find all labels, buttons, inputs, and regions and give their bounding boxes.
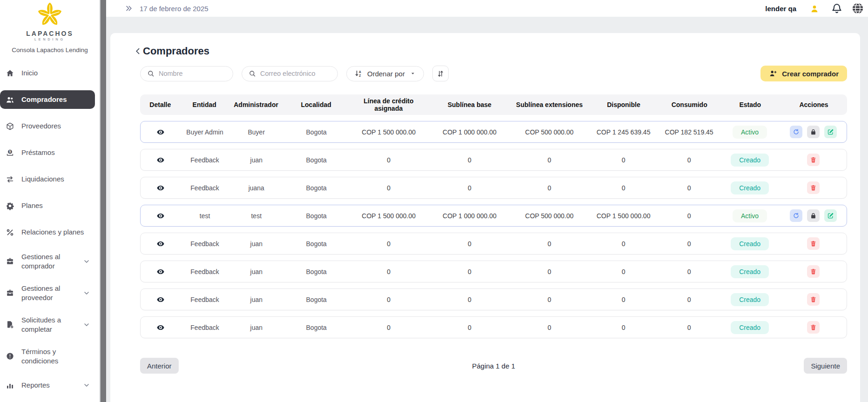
back-chevron-icon[interactable] bbox=[134, 47, 143, 56]
view-detail-button[interactable] bbox=[156, 212, 165, 220]
delete-icon bbox=[810, 184, 817, 191]
view-detail-button[interactable] bbox=[156, 295, 165, 304]
sidebar-item-gestiones-al-comprador[interactable]: Gestiones al comprador bbox=[0, 249, 95, 273]
view-detail-button[interactable] bbox=[156, 128, 165, 136]
name-search-field[interactable] bbox=[140, 66, 233, 81]
view-detail-button[interactable] bbox=[156, 184, 165, 192]
cell-disponible: 0 bbox=[588, 184, 659, 192]
user-avatar[interactable] bbox=[807, 0, 822, 16]
lock-button[interactable] bbox=[807, 126, 820, 138]
refresh-button[interactable] bbox=[790, 209, 802, 222]
sidebar-item-reportes[interactable]: Reportes bbox=[0, 376, 95, 395]
sidebar-item-planes[interactable]: Planes bbox=[0, 196, 95, 215]
chevron-down-icon bbox=[83, 258, 90, 265]
delete-icon bbox=[810, 324, 817, 331]
language-button[interactable] bbox=[851, 2, 864, 15]
sidebar-item-relaciones-y-planes[interactable]: Relaciones y planes bbox=[0, 223, 95, 241]
table-row: testtestBogotaCOP 1 500 000.00COP 1 000 … bbox=[140, 205, 847, 227]
page-info: Página 1 de 1 bbox=[472, 362, 515, 370]
edit-button[interactable] bbox=[824, 209, 837, 222]
cell-entidad: Feedback bbox=[181, 240, 229, 248]
sidebar-item-liquidaciones[interactable]: Liquidaciones bbox=[0, 170, 95, 188]
cell-sublinea_base: 0 bbox=[429, 296, 511, 303]
previous-page-button[interactable]: Anterior bbox=[140, 358, 179, 374]
coin-icon: $ bbox=[6, 148, 15, 157]
status-badge: Creado bbox=[731, 181, 769, 194]
create-buyer-button[interactable]: Crear comprador bbox=[760, 66, 847, 81]
page-title: Compradores bbox=[143, 45, 209, 57]
sidebar-item-terminos-y-condiciones[interactable]: Términos y condiciones bbox=[0, 344, 95, 368]
sidebar-item-label: Planes bbox=[21, 201, 43, 210]
refresh-icon bbox=[793, 128, 800, 135]
cell-administrador: juan bbox=[229, 296, 284, 303]
person-icon bbox=[809, 3, 820, 13]
status-badge: Creado bbox=[731, 293, 769, 306]
view-detail-button[interactable] bbox=[156, 323, 165, 332]
delete-button[interactable] bbox=[807, 154, 820, 166]
eye-icon bbox=[156, 212, 165, 220]
delete-button[interactable] bbox=[807, 237, 820, 250]
cell-sublinea_extensiones: 0 bbox=[511, 156, 588, 164]
column-header: Sublínea extensiones bbox=[511, 101, 588, 108]
table-row: FeedbackjuanBogota00000Creado bbox=[140, 261, 847, 282]
alert-icon bbox=[6, 352, 15, 361]
email-search-input[interactable] bbox=[260, 70, 331, 77]
sidebar-item-gestiones-al-proveedor[interactable]: Gestiones al proveedor bbox=[0, 281, 95, 305]
sidebar-item-proveedores[interactable]: Proveedores bbox=[0, 117, 95, 135]
eye-icon bbox=[156, 184, 165, 192]
refresh-button[interactable] bbox=[790, 126, 802, 138]
status-badge: Creado bbox=[731, 265, 769, 278]
cell-sublinea_extensiones: 0 bbox=[511, 268, 588, 275]
pagination: Anterior Página 1 de 1 Siguiente bbox=[140, 358, 847, 374]
delete-button[interactable] bbox=[807, 265, 820, 278]
cell-consumido: 0 bbox=[659, 240, 719, 248]
edit-button[interactable] bbox=[824, 126, 837, 138]
cell-localidad: Bogota bbox=[284, 268, 349, 275]
sort-direction-button[interactable] bbox=[432, 66, 449, 81]
cell-consumido: 0 bbox=[659, 296, 719, 303]
double-chevron-right-icon[interactable] bbox=[125, 4, 133, 13]
next-page-button[interactable]: Siguiente bbox=[804, 358, 847, 374]
topbar: 17 de febrero de 2025 lender qa bbox=[106, 0, 868, 17]
sidebar-item-compradores[interactable]: Compradores bbox=[0, 90, 95, 109]
cell-sublinea_base: 0 bbox=[429, 240, 511, 248]
chevron-down-icon bbox=[83, 289, 90, 297]
view-detail-button[interactable] bbox=[156, 156, 165, 164]
cell-sublinea_base: 0 bbox=[429, 268, 511, 275]
lock-button[interactable] bbox=[807, 209, 820, 222]
sidebar-item-label: Gestiones al comprador bbox=[21, 252, 72, 270]
sidebar-item-solicitudes-a-completar[interactable]: Solicitudes a completar bbox=[0, 313, 95, 336]
cell-linea_credito: 0 bbox=[349, 268, 428, 275]
sidebar-scrollbar[interactable] bbox=[100, 0, 106, 402]
cell-sublinea_extensiones: COP 500 000.00 bbox=[511, 212, 588, 220]
eye-icon bbox=[156, 268, 165, 276]
view-detail-button[interactable] bbox=[156, 240, 165, 248]
filter-toolbar: A Z Ordenar por Crear comprador bbox=[140, 66, 847, 81]
status-badge: Creado bbox=[731, 154, 769, 167]
cell-entidad: Buyer Admin bbox=[181, 128, 229, 136]
cell-consumido: 0 bbox=[659, 268, 719, 275]
cell-sublinea_base: COP 1 000 000.00 bbox=[429, 212, 511, 220]
sidebar-item-label: Inicio bbox=[21, 68, 38, 78]
name-search-input[interactable] bbox=[159, 70, 226, 77]
sidebar-item-inicio[interactable]: Inicio bbox=[0, 64, 95, 82]
topbar-actions: lender qa bbox=[765, 0, 864, 16]
delete-button[interactable] bbox=[807, 293, 820, 306]
sidebar-item-prestamos[interactable]: $Préstamos bbox=[0, 143, 95, 162]
app-root: LAPACHOS LENDING Consola Lapachos Lendin… bbox=[0, 0, 868, 402]
delete-button[interactable] bbox=[807, 181, 820, 194]
eye-icon bbox=[156, 156, 165, 164]
view-detail-button[interactable] bbox=[156, 268, 165, 276]
sort-alpha-icon: A Z bbox=[354, 69, 363, 78]
sort-by-dropdown[interactable]: A Z Ordenar por bbox=[346, 66, 424, 81]
notifications-button[interactable] bbox=[831, 2, 843, 14]
email-search-field[interactable] bbox=[242, 66, 338, 81]
cell-disponible: COP 1 500 000.00 bbox=[588, 212, 659, 220]
eye-icon bbox=[156, 323, 165, 332]
cell-consumido: 0 bbox=[659, 212, 719, 220]
delete-icon bbox=[810, 268, 817, 275]
delete-button[interactable] bbox=[807, 321, 820, 334]
column-header: Localidad bbox=[283, 101, 349, 108]
sidebar-item-label: Liquidaciones bbox=[21, 174, 64, 184]
page-header: Compradores bbox=[134, 45, 847, 57]
